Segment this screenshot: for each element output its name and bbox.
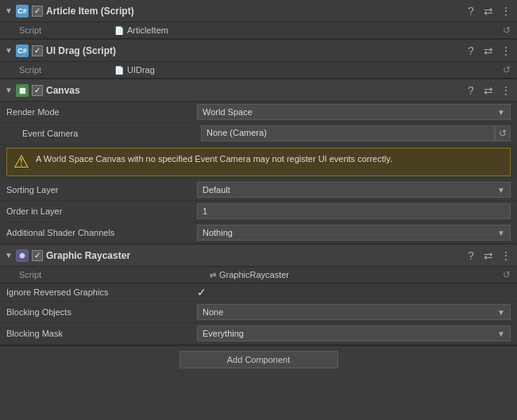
article-item-section: ▼ C# Article Item (Script) ? ⇄ ⋮ Script … — [0, 0, 517, 40]
event-camera-text: None (Camera) — [206, 128, 267, 137]
article-item-script-value-container: 📄 ArticleItem — [114, 25, 168, 35]
add-component-button[interactable]: Add Component — [179, 351, 338, 368]
shader-channels-label: Additional Shader Channels — [6, 228, 197, 237]
ui-drag-script-value-container: 📄 UIDrag — [114, 65, 155, 75]
article-item-menu-btn[interactable]: ⋮ — [500, 5, 512, 17]
article-item-checkbox[interactable] — [32, 6, 43, 17]
ui-drag-refresh-icon[interactable]: ↺ — [503, 64, 511, 75]
blocking-mask-row: Blocking Mask Everything ▼ — [0, 323, 517, 345]
ui-drag-expand[interactable]: ▼ — [5, 46, 13, 55]
warning-box: ⚠ A World Space Canvas with no specified… — [6, 148, 511, 176]
raycaster-checkbox[interactable] — [32, 250, 43, 261]
ignore-reversed-row: Ignore Reversed Graphics ✓ — [0, 283, 517, 302]
ui-drag-header: ▼ C# UI Drag (Script) ? ⇄ ⋮ — [0, 40, 517, 62]
canvas-section: ▼ ▦ Canvas ? ⇄ ⋮ Render Mode World Space… — [0, 79, 517, 245]
raycaster-header: ▼ ⊕ Graphic Raycaster ? ⇄ ⋮ — [0, 245, 517, 267]
blocking-mask-arrow: ▼ — [497, 329, 505, 338]
event-camera-input[interactable]: None (Camera) — [201, 125, 495, 141]
ui-drag-script-row: Script 📄 UIDrag ↺ — [0, 62, 517, 79]
article-item-settings-btn[interactable]: ⇄ — [482, 5, 495, 17]
order-in-layer-label: Order in Layer — [6, 206, 197, 216]
shader-channels-selected: Nothing — [203, 228, 233, 237]
blocking-mask-selected: Everything — [203, 329, 244, 338]
warning-icon: ⚠ — [14, 153, 29, 171]
ignore-reversed-checkmark[interactable]: ✓ — [197, 286, 206, 299]
blocking-objects-value: None ▼ — [197, 304, 511, 320]
warning-text: A World Space Canvas with no specified E… — [36, 153, 392, 165]
blocking-objects-arrow: ▼ — [497, 308, 505, 317]
raycaster-script-refresh-icon[interactable]: ↺ — [503, 269, 511, 280]
article-item-icon: C# — [16, 5, 29, 17]
event-camera-row: Event Camera None (Camera) ↺ — [0, 123, 517, 144]
canvas-checkbox[interactable] — [32, 85, 43, 96]
ui-drag-help-btn[interactable]: ? — [465, 44, 477, 57]
article-item-header: ▼ C# Article Item (Script) ? ⇄ ⋮ — [0, 0, 517, 22]
render-mode-value: World Space ▼ — [197, 104, 511, 120]
raycaster-title: Graphic Raycaster — [46, 250, 130, 261]
ui-drag-script-label: Script — [19, 65, 114, 75]
canvas-menu-btn[interactable]: ⋮ — [500, 84, 512, 97]
blocking-mask-value: Everything ▼ — [197, 326, 511, 341]
sorting-layer-selected: Default — [203, 185, 230, 195]
shader-channels-value: Nothing ▼ — [197, 225, 511, 241]
raycaster-script-value-container: ⇄ GraphicRaycaster — [210, 270, 289, 279]
raycaster-file-icon: ⇄ — [210, 271, 216, 279]
render-mode-selected: World Space — [203, 107, 253, 117]
ui-drag-icon: C# — [16, 44, 29, 57]
event-camera-refresh-btn[interactable]: ↺ — [495, 125, 511, 141]
article-item-help-btn[interactable]: ? — [465, 5, 477, 17]
raycaster-script-row: Script ⇄ GraphicRaycaster ↺ — [0, 267, 517, 283]
order-in-layer-value — [197, 203, 511, 219]
ignore-reversed-value: ✓ — [197, 286, 511, 299]
article-item-script-label: Script — [19, 25, 114, 35]
render-mode-arrow: ▼ — [497, 108, 505, 117]
article-item-expand[interactable]: ▼ — [5, 6, 13, 15]
blocking-mask-dropdown[interactable]: Everything ▼ — [197, 326, 511, 341]
event-camera-label: Event Camera — [22, 129, 201, 138]
raycaster-menu-btn[interactable]: ⋮ — [500, 249, 512, 262]
raycaster-script-filename: GraphicRaycaster — [219, 270, 289, 279]
ignore-reversed-label: Ignore Reversed Graphics — [6, 287, 197, 297]
blocking-objects-dropdown[interactable]: None ▼ — [197, 304, 511, 320]
raycaster-settings-btn[interactable]: ⇄ — [482, 249, 495, 262]
sorting-layer-dropdown[interactable]: Default ▼ — [197, 182, 511, 198]
add-component-bar: Add Component — [0, 345, 517, 373]
blocking-objects-selected: None — [203, 307, 223, 317]
shader-channels-dropdown[interactable]: Nothing ▼ — [197, 225, 511, 241]
event-camera-refresh-icon: ↺ — [499, 128, 507, 139]
blocking-mask-label: Blocking Mask — [6, 329, 197, 338]
canvas-settings-btn[interactable]: ⇄ — [482, 84, 495, 97]
raycaster-icon: ⊕ — [16, 249, 29, 262]
ui-drag-title: UI Drag (Script) — [46, 45, 116, 56]
render-mode-row: Render Mode World Space ▼ — [0, 102, 517, 123]
ui-drag-menu-btn[interactable]: ⋮ — [500, 44, 512, 57]
article-item-script-row: Script 📄 ArticleItem ↺ — [0, 22, 517, 39]
raycaster-help-btn[interactable]: ? — [465, 249, 477, 262]
article-item-title: Article Item (Script) — [46, 6, 134, 17]
raycaster-script-label: Script — [19, 270, 210, 279]
sorting-layer-value: Default ▼ — [197, 182, 511, 198]
shader-channels-arrow: ▼ — [497, 229, 505, 237]
render-mode-label: Render Mode — [6, 107, 197, 117]
blocking-objects-row: Blocking Objects None ▼ — [0, 302, 517, 323]
ui-drag-checkbox[interactable] — [32, 45, 43, 56]
ui-drag-settings-btn[interactable]: ⇄ — [482, 44, 495, 57]
canvas-expand[interactable]: ▼ — [5, 86, 13, 94]
canvas-icon: ▦ — [16, 84, 29, 97]
ui-drag-section: ▼ C# UI Drag (Script) ? ⇄ ⋮ Script 📄 UID… — [0, 40, 517, 79]
raycaster-section: ▼ ⊕ Graphic Raycaster ? ⇄ ⋮ Script ⇄ Gra… — [0, 245, 517, 345]
article-item-script-filename: ArticleItem — [127, 25, 168, 35]
ui-drag-script-filename: UIDrag — [127, 65, 155, 75]
order-in-layer-row: Order in Layer — [0, 201, 517, 222]
canvas-title: Canvas — [46, 85, 80, 96]
raycaster-expand[interactable]: ▼ — [5, 251, 13, 260]
event-camera-value: None (Camera) ↺ — [201, 125, 511, 141]
sorting-layer-arrow: ▼ — [497, 186, 505, 195]
sorting-layer-label: Sorting Layer — [6, 185, 197, 195]
canvas-help-btn[interactable]: ? — [465, 84, 477, 97]
render-mode-dropdown[interactable]: World Space ▼ — [197, 104, 511, 120]
canvas-header: ▼ ▦ Canvas ? ⇄ ⋮ — [0, 79, 517, 102]
order-in-layer-input[interactable] — [197, 203, 511, 219]
article-item-refresh-icon[interactable]: ↺ — [503, 25, 511, 36]
article-item-file-icon: 📄 — [114, 26, 124, 35]
